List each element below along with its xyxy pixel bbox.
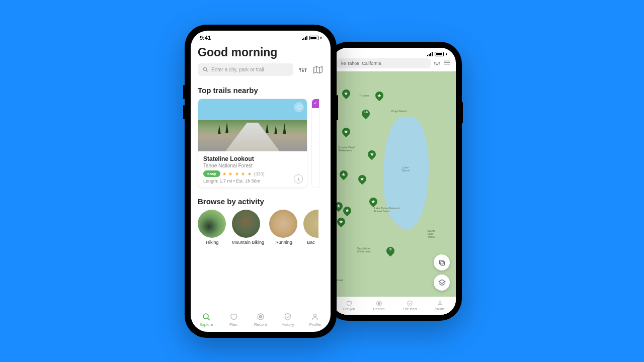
- svg-line-14: [207, 318, 209, 320]
- tab-profile[interactable]: Profile: [435, 300, 445, 311]
- map-list-button[interactable]: [443, 60, 451, 67]
- download-button[interactable]: [294, 174, 303, 184]
- activity-label: Hiking: [198, 240, 227, 245]
- tab-plan[interactable]: Plan: [220, 312, 247, 327]
- review-count: (333): [254, 171, 265, 176]
- power-button[interactable]: [337, 95, 338, 120]
- status-icons: [302, 36, 321, 40]
- svg-point-22: [436, 64, 437, 65]
- map-canvas[interactable]: Lake Tahoe Truckee Kings Beach Granite C…: [332, 71, 456, 297]
- activity-hiking[interactable]: Hiking: [198, 210, 227, 245]
- statusbar: [332, 48, 456, 58]
- activity-running[interactable]: Running: [269, 210, 298, 245]
- section-top-trails: Top trails nearby: [198, 86, 324, 95]
- clock-label: 9:41: [200, 35, 211, 41]
- search-icon: [203, 67, 208, 72]
- signal-icon: [302, 36, 307, 40]
- map-pin[interactable]: [368, 150, 376, 160]
- check-shield-icon: [407, 300, 413, 307]
- svg-point-5: [299, 68, 301, 69]
- map-pin[interactable]: [340, 170, 348, 180]
- check-shield-icon: [284, 313, 292, 321]
- tab-record[interactable]: Record: [247, 312, 274, 327]
- map-icon: [313, 66, 323, 74]
- map-label-granite: Granite Chief Wilderness: [338, 146, 354, 152]
- search-row: Enter a city, park or trail: [198, 63, 324, 76]
- status-icons: [427, 52, 447, 56]
- tab-label: Plan: [229, 322, 237, 327]
- trail-card-next[interactable]: [311, 99, 319, 188]
- map-view-button[interactable]: [312, 64, 324, 75]
- svg-point-0: [203, 67, 206, 70]
- map-label-truckee: Truckee: [359, 94, 369, 97]
- recenter-button[interactable]: [434, 254, 450, 270]
- svg-point-13: [203, 314, 208, 319]
- difficulty-badge: easy: [203, 170, 220, 177]
- tab-history[interactable]: History: [274, 312, 301, 327]
- map-pin-cluster[interactable]: [362, 110, 370, 120]
- signal-icon: [427, 52, 433, 56]
- map-filter-button[interactable]: [434, 60, 440, 67]
- map-pin-cluster[interactable]: [386, 247, 394, 257]
- star-rating: ★ ★ ★ ★ ★: [222, 171, 252, 176]
- tabbar: Explore Plan Record History Profile: [191, 309, 331, 332]
- phone-map: ke Tahoe, California Lake Tahoe Truckee …: [326, 42, 462, 321]
- tab-explore[interactable]: Explore: [193, 312, 220, 327]
- map-search-input[interactable]: ke Tahoe, California: [337, 58, 431, 68]
- svg-point-31: [378, 302, 380, 304]
- map-pin[interactable]: [342, 128, 350, 138]
- heart-icon: [346, 300, 352, 307]
- svg-line-1: [206, 70, 208, 72]
- map-label-basin: Lake Tahoe National Forest Basin: [374, 207, 399, 213]
- volume-up-button[interactable]: [183, 85, 185, 99]
- activity-carousel[interactable]: Hiking Mountain Biking Running Bac: [198, 210, 324, 245]
- tab-label: Profile: [309, 322, 321, 327]
- tab-feed[interactable]: The feed: [403, 300, 417, 311]
- activity-backpacking[interactable]: Bac: [303, 210, 318, 245]
- activity-label: Bac: [303, 240, 318, 245]
- tab-profile[interactable]: Profile: [301, 312, 329, 327]
- activity-image: [198, 210, 226, 238]
- svg-point-23: [439, 62, 440, 63]
- record-icon: [257, 313, 265, 321]
- power-button[interactable]: [462, 102, 463, 123]
- trail-card[interactable]: Stateline Lookout Tahoe National Forest …: [198, 99, 307, 188]
- map-pin[interactable]: [337, 218, 345, 228]
- activity-label: Running: [269, 240, 298, 245]
- filter-button[interactable]: [297, 64, 308, 75]
- favorite-button[interactable]: [294, 102, 304, 112]
- map-pin[interactable]: [369, 198, 377, 208]
- tab-foryou[interactable]: For you: [343, 300, 355, 311]
- svg-point-32: [439, 301, 441, 303]
- trail-carousel[interactable]: Stateline Lookout Tahoe National Forest …: [198, 99, 324, 188]
- svg-rect-28: [441, 261, 445, 265]
- tab-label: The feed: [403, 307, 417, 311]
- activity-image: [232, 210, 260, 238]
- tab-label: Explore: [199, 322, 213, 327]
- map-pin[interactable]: [342, 89, 350, 100]
- map-pin[interactable]: [358, 175, 366, 185]
- tab-record[interactable]: Record: [373, 300, 385, 311]
- sliders-icon: [299, 66, 307, 74]
- svg-point-17: [313, 314, 316, 317]
- volume-down-button[interactable]: [183, 105, 185, 119]
- sliders-icon: [434, 60, 440, 67]
- activity-mountain-biking[interactable]: Mountain Biking: [232, 210, 264, 245]
- svg-point-16: [259, 315, 262, 318]
- battery-icon: [435, 52, 444, 56]
- activity-label: Mountain Biking: [232, 240, 264, 245]
- svg-point-6: [302, 70, 304, 71]
- activity-image: [303, 210, 318, 238]
- map-pin[interactable]: [375, 92, 383, 102]
- svg-rect-27: [439, 260, 443, 264]
- search-input[interactable]: Enter a city, park or trail: [198, 63, 293, 76]
- svg-marker-29: [439, 280, 445, 284]
- trail-location: Tahoe National Forest: [203, 163, 302, 168]
- map-pin[interactable]: [343, 207, 351, 217]
- tab-label: History: [282, 322, 294, 327]
- layers-button[interactable]: [434, 275, 450, 291]
- tab-label: Profile: [435, 307, 445, 311]
- svg-point-7: [305, 68, 306, 69]
- lake-label: Lake Tahoe: [401, 166, 410, 172]
- layers-icon: [438, 279, 446, 287]
